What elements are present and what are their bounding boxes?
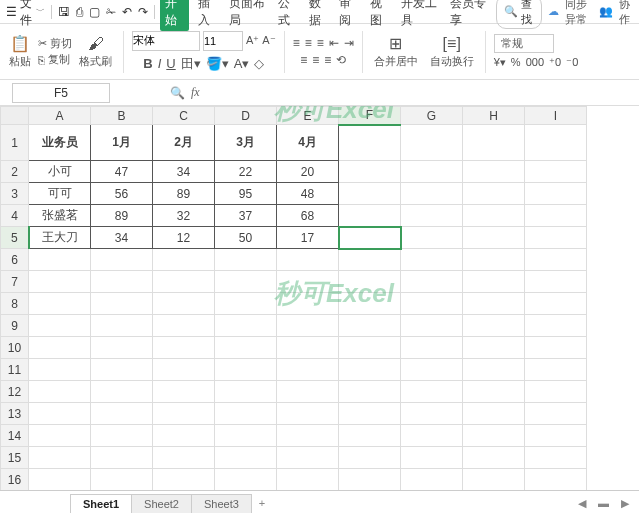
inc-decimal-icon[interactable]: ⁺0 bbox=[549, 56, 561, 69]
align-center-icon[interactable]: ≡ bbox=[312, 53, 319, 67]
cell[interactable] bbox=[215, 337, 277, 359]
cell[interactable] bbox=[91, 447, 153, 469]
file-menu[interactable]: ☰ 文件 ﹀ bbox=[6, 0, 45, 29]
cell[interactable]: 可可 bbox=[29, 183, 91, 205]
row-header[interactable]: 8 bbox=[1, 293, 29, 315]
row-header[interactable]: 5 bbox=[1, 227, 29, 249]
cell[interactable]: 89 bbox=[91, 205, 153, 227]
scroll-thumb-icon[interactable]: ▬ bbox=[598, 497, 609, 510]
cell[interactable] bbox=[525, 315, 587, 337]
row-header[interactable]: 13 bbox=[1, 403, 29, 425]
cell[interactable]: 47 bbox=[91, 161, 153, 183]
cell[interactable] bbox=[215, 447, 277, 469]
cell[interactable] bbox=[401, 447, 463, 469]
cell[interactable] bbox=[463, 403, 525, 425]
cell[interactable] bbox=[91, 293, 153, 315]
cell[interactable]: 50 bbox=[215, 227, 277, 249]
bold-button[interactable]: B bbox=[143, 56, 152, 71]
row-header[interactable]: 12 bbox=[1, 381, 29, 403]
row-header[interactable]: 1 bbox=[1, 125, 29, 161]
cell[interactable]: 34 bbox=[91, 227, 153, 249]
cell[interactable] bbox=[91, 403, 153, 425]
cell[interactable] bbox=[339, 359, 401, 381]
cell[interactable] bbox=[153, 359, 215, 381]
cell[interactable]: 1月 bbox=[91, 125, 153, 161]
indent-inc-icon[interactable]: ⇥ bbox=[344, 36, 354, 50]
new-icon[interactable]: ⎙ bbox=[76, 5, 83, 19]
sheet-tab[interactable]: Sheet3 bbox=[191, 494, 252, 513]
row-header[interactable]: 11 bbox=[1, 359, 29, 381]
row-header[interactable]: 10 bbox=[1, 337, 29, 359]
cut-button[interactable]: ✂剪切 bbox=[38, 36, 72, 51]
cell[interactable]: 56 bbox=[91, 183, 153, 205]
cell[interactable] bbox=[215, 271, 277, 293]
cell[interactable] bbox=[277, 403, 339, 425]
cell[interactable] bbox=[401, 469, 463, 491]
cell[interactable] bbox=[215, 359, 277, 381]
fx-icon[interactable]: fx bbox=[191, 85, 200, 100]
name-box[interactable]: F5 bbox=[12, 83, 110, 103]
copy-button[interactable]: ⎘复制 bbox=[38, 52, 72, 67]
cell[interactable] bbox=[525, 359, 587, 381]
cell[interactable]: 王大刀 bbox=[29, 227, 91, 249]
col-header[interactable]: F bbox=[339, 107, 401, 125]
cell[interactable] bbox=[525, 227, 587, 249]
cell[interactable] bbox=[277, 359, 339, 381]
cell[interactable] bbox=[29, 315, 91, 337]
coop-label[interactable]: 协作 bbox=[619, 0, 633, 27]
tab-member[interactable]: 会员专享 bbox=[447, 0, 490, 31]
align-left-icon[interactable]: ≡ bbox=[300, 53, 307, 67]
cell[interactable]: 2月 bbox=[153, 125, 215, 161]
cell[interactable] bbox=[91, 271, 153, 293]
cell[interactable] bbox=[29, 337, 91, 359]
cell[interactable] bbox=[277, 447, 339, 469]
cell[interactable]: 12 bbox=[153, 227, 215, 249]
scroll-right-icon[interactable]: ▶ bbox=[621, 497, 629, 510]
cell[interactable] bbox=[153, 337, 215, 359]
cell[interactable] bbox=[91, 425, 153, 447]
indent-dec-icon[interactable]: ⇤ bbox=[329, 36, 339, 50]
col-header[interactable]: G bbox=[401, 107, 463, 125]
col-header[interactable]: I bbox=[525, 107, 587, 125]
decrease-font-icon[interactable]: A⁻ bbox=[262, 34, 275, 47]
cell[interactable]: 20 bbox=[277, 161, 339, 183]
tab-start[interactable]: 开始 bbox=[160, 0, 189, 31]
cell[interactable] bbox=[525, 125, 587, 161]
cell[interactable]: 34 bbox=[153, 161, 215, 183]
cell[interactable] bbox=[401, 227, 463, 249]
cell[interactable]: 89 bbox=[153, 183, 215, 205]
cell[interactable]: 3月 bbox=[215, 125, 277, 161]
cell[interactable] bbox=[525, 403, 587, 425]
cell[interactable] bbox=[215, 469, 277, 491]
cell[interactable] bbox=[339, 249, 401, 271]
font-size-select[interactable] bbox=[203, 31, 243, 51]
wrap-text-button[interactable]: [≡] 自动换行 bbox=[427, 33, 477, 71]
cell[interactable] bbox=[153, 403, 215, 425]
cell[interactable]: 22 bbox=[215, 161, 277, 183]
sheet-tab[interactable]: Sheet2 bbox=[131, 494, 192, 513]
cell[interactable] bbox=[91, 359, 153, 381]
cell[interactable] bbox=[463, 271, 525, 293]
cell[interactable] bbox=[153, 315, 215, 337]
row-header[interactable]: 6 bbox=[1, 249, 29, 271]
cell[interactable] bbox=[153, 293, 215, 315]
cell[interactable] bbox=[339, 337, 401, 359]
row-header[interactable]: 3 bbox=[1, 183, 29, 205]
cell[interactable] bbox=[525, 469, 587, 491]
cell[interactable] bbox=[29, 271, 91, 293]
align-bottom-icon[interactable]: ≡ bbox=[317, 36, 324, 50]
tab-dev[interactable]: 开发工具 bbox=[398, 0, 441, 31]
cell[interactable] bbox=[277, 469, 339, 491]
col-header[interactable]: E bbox=[277, 107, 339, 125]
add-sheet-button[interactable]: + bbox=[251, 494, 273, 512]
cell[interactable] bbox=[339, 447, 401, 469]
percent-icon[interactable]: % bbox=[511, 56, 521, 69]
cell[interactable] bbox=[215, 249, 277, 271]
col-header[interactable]: C bbox=[153, 107, 215, 125]
tab-formula[interactable]: 公式 bbox=[275, 0, 300, 31]
comma-icon[interactable]: 000 bbox=[526, 56, 544, 69]
cell[interactable] bbox=[463, 125, 525, 161]
cell[interactable] bbox=[339, 227, 401, 249]
cell[interactable] bbox=[401, 249, 463, 271]
cell[interactable] bbox=[153, 469, 215, 491]
